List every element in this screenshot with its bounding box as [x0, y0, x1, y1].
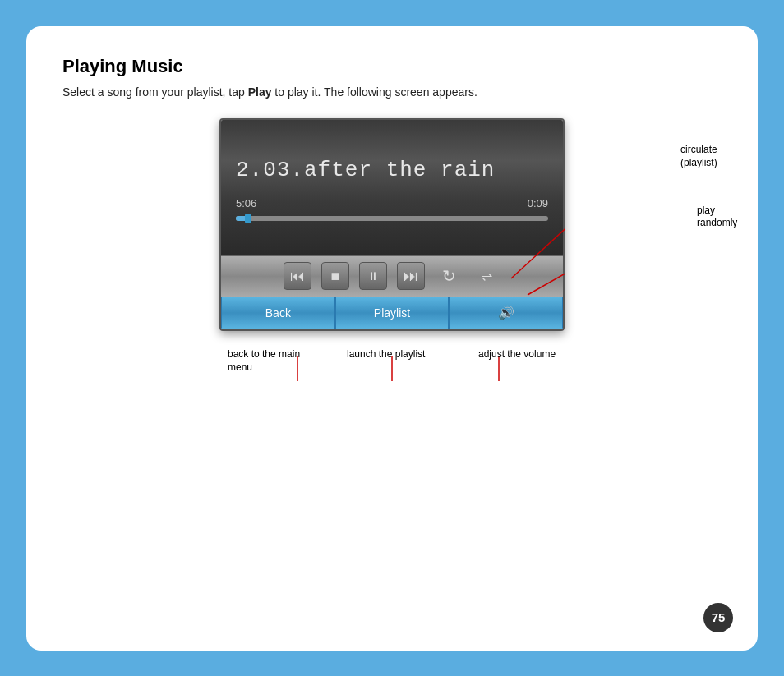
playlist-label: launch the playlist [347, 347, 454, 361]
desc-prefix: Select a song from your playlist, tap [62, 85, 248, 99]
back-label: back to the main menu [228, 347, 326, 375]
back-button[interactable]: Back [221, 297, 335, 329]
controls-bar: ⏮ ■ ⏸ ⏭ ↻ ⇌ [221, 255, 563, 297]
stop-button[interactable]: ■ [321, 262, 349, 290]
song-title: 2.03.after the rain [236, 158, 548, 182]
shuffle-button[interactable]: ⇌ [473, 262, 500, 290]
volume-icon: 🔊 [498, 305, 514, 320]
time-elapsed: 5:06 [236, 197, 256, 209]
playlist-button[interactable]: Playlist [335, 297, 450, 329]
progress-thumb [245, 214, 251, 223]
page-container: Playing Music Select a song from your pl… [26, 26, 758, 651]
bottom-bar: Back Playlist 🔊 [221, 297, 563, 329]
progress-bar [236, 216, 548, 221]
time-row: 5:06 0:09 [236, 197, 548, 209]
music-player: 2.03.after the rain 5:06 0:09 ⏮ ■ ⏸ ⏭ [219, 118, 565, 331]
pause-button[interactable]: ⏸ [359, 262, 387, 290]
time-remaining: 0:09 [528, 197, 548, 209]
volume-button[interactable]: 🔊 [449, 297, 563, 329]
page-number: 75 [703, 603, 733, 632]
player-diagram: 2.03.after the rain 5:06 0:09 ⏮ ■ ⏸ ⏭ [62, 118, 722, 331]
rewind-button[interactable]: ⏮ [284, 262, 311, 290]
desc-suffix: to play it. The following screen appears… [271, 85, 477, 99]
forward-button[interactable]: ⏭ [397, 262, 425, 290]
repeat-button[interactable]: ↻ [435, 262, 463, 290]
player-screen: 2.03.after the rain 5:06 0:09 [221, 120, 563, 255]
volume-label: adjust the volume [478, 347, 577, 361]
desc-bold: Play [248, 85, 272, 99]
page-title: Playing Music [62, 56, 722, 77]
page-description: Select a song from your playlist, tap Pl… [62, 85, 722, 99]
bottom-labels: back to the main menu launch the playlis… [219, 341, 565, 390]
